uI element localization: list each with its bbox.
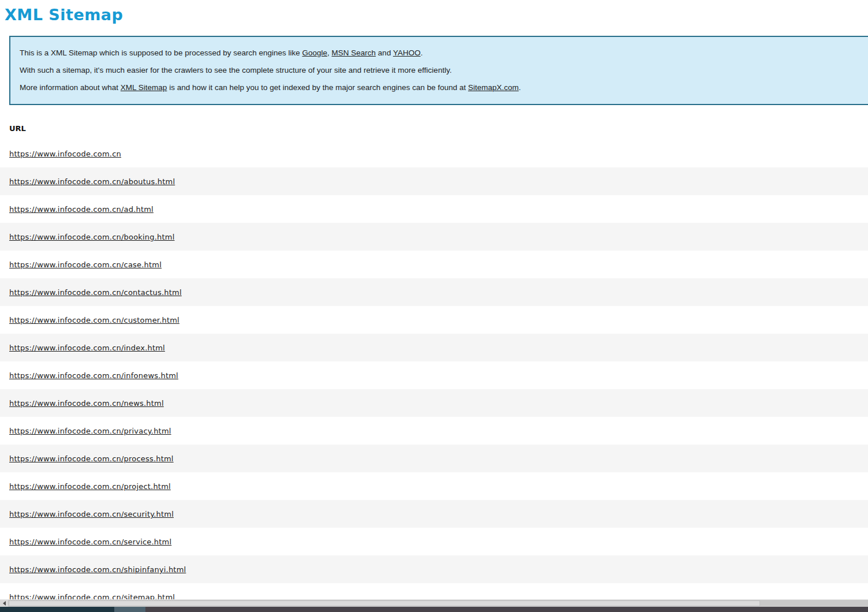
msn-search-link[interactable]: MSN Search: [332, 48, 376, 57]
yahoo-link[interactable]: YAHOO: [393, 48, 421, 57]
intro-text: This is a XML Sitemap which is supposed …: [20, 48, 302, 57]
table-row: https://www.infocode.com.cn/news.html: [0, 389, 868, 417]
url-column-header: URL: [0, 117, 868, 140]
table-row: https://www.infocode.com.cn/ad.html: [0, 195, 868, 223]
url-link[interactable]: https://www.infocode.com.cn/security.htm…: [9, 510, 174, 518]
intro-text: .: [519, 83, 521, 92]
url-link[interactable]: https://www.infocode.com.cn/customer.htm…: [9, 316, 179, 324]
scroll-left-arrow-icon: [3, 601, 6, 606]
url-link[interactable]: https://www.infocode.com.cn/index.html: [9, 344, 165, 352]
table-row: https://www.infocode.com.cn/customer.htm…: [0, 306, 868, 334]
table-row: https://www.infocode.com.cn/booking.html: [0, 223, 868, 251]
intro-text: is and how it can help you to get indexe…: [167, 83, 468, 92]
table-row: https://www.infocode.com.cn/infonews.htm…: [0, 361, 868, 389]
taskbar-segment-gray: [145, 607, 868, 612]
sitemapx-link[interactable]: SitemapX.com: [468, 83, 519, 92]
taskbar-segment-teal: [0, 607, 114, 612]
sitemap-page: XML Sitemap This is a XML Sitemap which …: [0, 6, 868, 611]
url-link[interactable]: https://www.infocode.com.cn: [9, 150, 121, 158]
intro-paragraph-2: With such a sitemap, it's much easier fo…: [20, 66, 868, 75]
taskbar-segment-slate: [114, 607, 145, 612]
intro-paragraph-3: More information about what XML Sitemap …: [20, 83, 868, 92]
table-row: https://www.infocode.com.cn/case.html: [0, 251, 868, 278]
table-row: https://www.infocode.com.cn/privacy.html: [0, 417, 868, 445]
table-row: https://www.infocode.com.cn/index.html: [0, 334, 868, 361]
intro-text: More information about what: [20, 83, 121, 92]
intro-box: This is a XML Sitemap which is supposed …: [9, 36, 868, 105]
intro-text: ,: [327, 48, 332, 57]
table-row: https://www.infocode.com.cn/contactus.ht…: [0, 278, 868, 306]
url-link[interactable]: https://www.infocode.com.cn/contactus.ht…: [9, 288, 182, 297]
table-row: https://www.infocode.com.cn/service.html: [0, 528, 868, 555]
table-row: https://www.infocode.com.cn/process.html: [0, 445, 868, 472]
table-row: https://www.infocode.com.cn/project.html: [0, 472, 868, 500]
browser-viewport: XML Sitemap This is a XML Sitemap which …: [0, 0, 868, 612]
url-link[interactable]: https://www.infocode.com.cn/project.html: [9, 482, 171, 491]
url-link[interactable]: https://www.infocode.com.cn/shipinfanyi.…: [9, 565, 186, 574]
scrollbar-thumb[interactable]: [9, 600, 760, 606]
table-row: https://www.infocode.com.cn/security.htm…: [0, 500, 868, 528]
table-row: https://www.infocode.com.cn/aboutus.html: [0, 167, 868, 195]
intro-paragraph-1: This is a XML Sitemap which is supposed …: [20, 48, 868, 58]
url-link[interactable]: https://www.infocode.com.cn/aboutus.html: [9, 177, 175, 186]
table-row: https://www.infocode.com.cn: [0, 140, 868, 167]
url-table: https://www.infocode.com.cn https://www.…: [0, 140, 868, 611]
xml-sitemap-link[interactable]: XML Sitemap: [121, 83, 167, 92]
url-link[interactable]: https://www.infocode.com.cn/privacy.html: [9, 427, 171, 435]
horizontal-scrollbar[interactable]: [0, 599, 868, 607]
url-link[interactable]: https://www.infocode.com.cn/service.html: [9, 538, 171, 546]
taskbar-edge-strip: [0, 607, 868, 612]
page-title: XML Sitemap: [5, 6, 868, 24]
google-link[interactable]: Google: [302, 48, 328, 57]
url-link[interactable]: https://www.infocode.com.cn/news.html: [9, 399, 164, 408]
url-link[interactable]: https://www.infocode.com.cn/infonews.htm…: [9, 371, 178, 380]
url-link[interactable]: https://www.infocode.com.cn/case.html: [9, 260, 162, 269]
url-link[interactable]: https://www.infocode.com.cn/process.html: [9, 454, 174, 463]
table-row: https://www.infocode.com.cn/shipinfanyi.…: [0, 555, 868, 583]
url-link[interactable]: https://www.infocode.com.cn/booking.html: [9, 233, 175, 241]
scroll-left-button[interactable]: [0, 600, 8, 607]
intro-text: and: [376, 48, 393, 57]
intro-text: .: [421, 48, 423, 57]
url-link[interactable]: https://www.infocode.com.cn/ad.html: [9, 205, 154, 214]
